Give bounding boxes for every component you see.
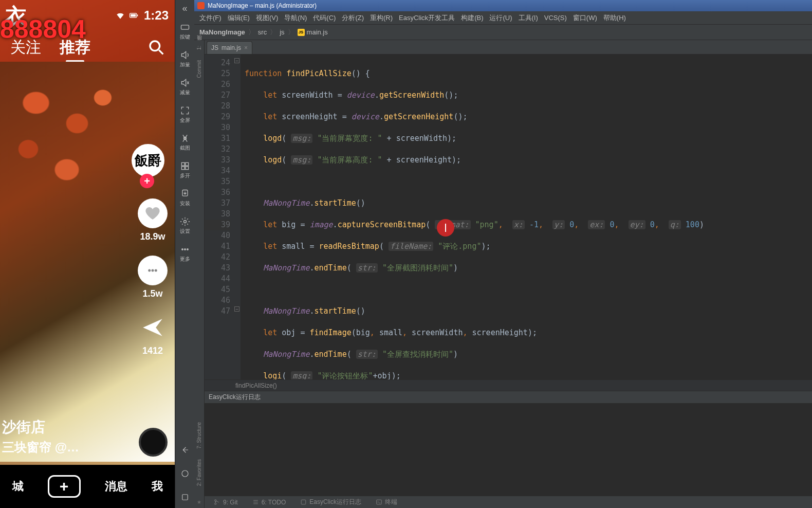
tool-keyboard[interactable]: 按键 [175, 19, 194, 44]
phone-status-bar: 1:23 [0, 0, 175, 31]
close-tab-icon[interactable]: × [244, 44, 248, 51]
menu-tools[interactable]: 工具(I) [519, 13, 538, 23]
nav-me[interactable]: 我 [152, 479, 163, 494]
fold-collapse-icon[interactable]: − [234, 306, 239, 312]
js-file-icon: JS [298, 29, 305, 36]
svg-rect-8 [181, 25, 189, 29]
tab-recommend[interactable]: 推荐 [60, 37, 90, 58]
rail-favorites[interactable]: 2: Favorites [196, 459, 202, 486]
tool-volume-down[interactable]: 减量 [175, 75, 194, 99]
battery-icon [128, 10, 139, 21]
code-editor[interactable]: 2425262728293031323334353637383940414243… [205, 55, 812, 379]
svg-point-25 [182, 470, 188, 477]
svg-line-4 [159, 50, 163, 54]
menu-file[interactable]: 文件(F) [199, 13, 222, 23]
menu-window[interactable]: 窗口(W) [573, 13, 597, 23]
share-icon [140, 315, 165, 340]
like-button[interactable]: 18.9w [138, 198, 168, 242]
strip-easyclick-log[interactable]: EasyClick运行日志 [300, 498, 361, 506]
crumb-file[interactable]: JSmain.js [298, 28, 328, 36]
home-icon[interactable] [180, 464, 190, 484]
recents-icon[interactable] [180, 487, 190, 508]
collapse-icon[interactable]: « [182, 3, 187, 14]
menu-code[interactable]: 代码(C) [313, 13, 336, 23]
svg-point-28 [215, 503, 216, 504]
share-button[interactable]: 1412 [138, 313, 168, 356]
tab-follow[interactable]: 关注 [10, 37, 41, 58]
crumb-src[interactable]: src [258, 28, 267, 36]
menu-build[interactable]: 构建(B) [461, 13, 483, 23]
search-icon[interactable] [148, 39, 164, 56]
music-disc-icon[interactable] [139, 428, 168, 457]
svg-rect-17 [185, 162, 188, 166]
tool-screenshot[interactable]: 截图 [175, 130, 194, 155]
like-count: 18.9w [140, 231, 165, 242]
svg-point-23 [184, 249, 186, 250]
menu-analyze[interactable]: 分析(Z) [342, 13, 364, 23]
comment-count: 1.5w [142, 288, 162, 299]
menu-run[interactable]: 运行(U) [489, 13, 512, 23]
tool-volume-up[interactable]: 加量 [175, 47, 194, 71]
log-panel-body[interactable] [205, 403, 812, 496]
svg-point-6 [152, 269, 154, 272]
wifi-icon [115, 10, 125, 21]
line-gutter: 2425262728293031323334353637383940414243… [205, 55, 234, 379]
phone-time: 1:23 [144, 8, 169, 23]
rail-commit[interactable]: Commit [196, 60, 202, 78]
recording-cursor-icon [437, 219, 454, 237]
action-column: 18.9w 1.5w 1412 [138, 198, 168, 356]
menu-navigate[interactable]: 导航(N) [284, 13, 307, 23]
menu-view[interactable]: 视图(V) [256, 13, 278, 23]
editor-crumb[interactable]: findPicAllSize() [205, 379, 812, 391]
nav-messages[interactable]: 消息 [105, 479, 127, 494]
follow-plus-icon[interactable]: + [140, 174, 154, 188]
tool-settings[interactable]: 设置 [175, 213, 194, 238]
crumb-project[interactable]: MaNongImage [199, 28, 245, 36]
tool-more[interactable]: 更多 [175, 241, 194, 266]
signal-icons [115, 10, 139, 21]
tool-fullscreen[interactable]: 全屏 [175, 102, 194, 127]
menu-edit[interactable]: 编辑(E) [228, 13, 250, 23]
crumb-js[interactable]: js [280, 28, 284, 36]
feed-tabs: 关注 推荐 [0, 36, 175, 59]
svg-rect-2 [137, 14, 138, 16]
menu-help[interactable]: 帮助(H) [603, 13, 626, 23]
fold-collapse-icon[interactable]: − [234, 58, 239, 63]
editor-tabs: JS main.js × [205, 40, 812, 55]
rail-structure[interactable]: 7: Structure [196, 422, 202, 449]
strip-todo[interactable]: 6: TODO [252, 499, 286, 506]
author-avatar[interactable]: 飯爵 [132, 144, 164, 177]
menu-vcs[interactable]: VCS(S) [544, 14, 567, 22]
svg-rect-26 [182, 495, 188, 500]
nav-create-button[interactable]: + [48, 475, 81, 498]
video-caption: 沙街店 三块窗帘 @… [2, 416, 128, 457]
file-tab-main-js[interactable]: JS main.js × [207, 41, 252, 54]
svg-point-7 [155, 269, 157, 272]
mirror-toolbar: « 按键 加量 减量 全屏 截图 多开 安装 设置 更多 [175, 0, 194, 508]
caption-text: 三块窗帘 @… [2, 438, 128, 457]
nav-home[interactable]: 城 [12, 479, 24, 494]
menu-refactor[interactable]: 重构(R) [370, 13, 393, 23]
log-panel-header[interactable]: EasyClick运行日志 [205, 391, 812, 403]
tool-install[interactable]: 安装 [175, 186, 194, 210]
breadcrumb: MaNongImage〉 src〉 js〉 JSmain.js [194, 25, 812, 40]
svg-point-24 [187, 249, 188, 250]
svg-point-21 [183, 221, 186, 223]
code-body[interactable]: function findPicAllSize() { let screenWi… [241, 55, 812, 379]
svg-rect-32 [301, 500, 306, 504]
svg-rect-33 [377, 500, 382, 504]
svg-rect-1 [131, 14, 136, 17]
caption-shop[interactable]: 沙街店 [2, 416, 128, 438]
back-icon[interactable] [180, 440, 190, 461]
js-file-icon: JS [211, 44, 218, 51]
window-title-bar[interactable]: MaNongImage – main.js (Administrator) [194, 0, 812, 11]
rail-project[interactable]: 1: 项目 [196, 44, 203, 50]
comment-button[interactable]: 1.5w [138, 256, 168, 299]
comment-icon [145, 263, 160, 278]
svg-point-5 [148, 269, 151, 272]
menu-easyclick[interactable]: EasyClick开发工具 [399, 13, 455, 23]
strip-git[interactable]: 9: Git [214, 499, 238, 506]
tool-multi[interactable]: 多开 [175, 158, 194, 183]
strip-terminal[interactable]: 终端 [376, 498, 397, 506]
ide-window: MaNongImage – main.js (Administrator) 文件… [194, 0, 812, 508]
